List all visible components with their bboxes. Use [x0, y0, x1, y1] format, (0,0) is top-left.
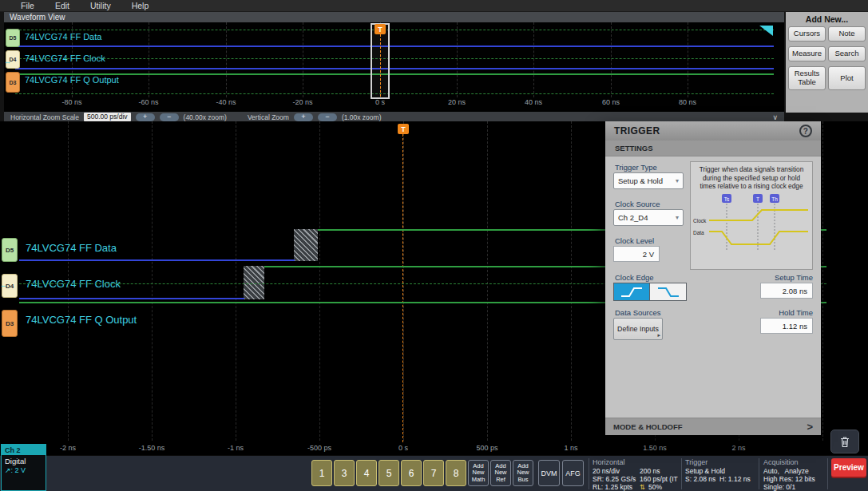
divider — [681, 458, 682, 489]
diagram-clock-trace — [709, 210, 808, 220]
help-icon[interactable]: ? — [799, 125, 812, 137]
mode-holdoff-label: MODE & HOLDOFF — [613, 422, 683, 431]
add-new-ref-button[interactable]: Add New Ref — [490, 460, 511, 486]
trash-button[interactable] — [830, 430, 859, 453]
h-zoom-out-button[interactable]: − — [160, 113, 179, 121]
divider — [759, 458, 759, 489]
ts-flag-label: Ts — [724, 196, 730, 201]
clock-source-select[interactable]: Ch 2_D4 ▾ — [613, 209, 684, 226]
chevron-down-icon: ▾ — [676, 214, 679, 221]
h-zoom-in-button[interactable]: + — [136, 113, 155, 121]
waveform-overview[interactable]: D5 D4 D3 ↔ 74LVCG74 FF Data 74LVCG74 FF … — [4, 22, 784, 112]
channel-badge-d3[interactable]: D3 — [2, 310, 18, 337]
plot-button[interactable]: Plot — [828, 66, 866, 90]
channel-badge-d3[interactable]: D3 — [6, 72, 20, 93]
define-inputs-label: Define Inputs — [617, 325, 659, 333]
menu-file[interactable]: File — [21, 1, 34, 10]
channel-badge-d5[interactable]: D5 — [2, 238, 18, 262]
results-table-button[interactable]: Results Table — [788, 66, 826, 90]
trigger-status-title[interactable]: Trigger — [685, 458, 707, 466]
mode-holdoff-section-button[interactable]: MODE & HOLDOFF > — [605, 418, 821, 435]
grid-line — [226, 22, 227, 97]
falling-edge-icon — [656, 287, 680, 298]
v-zoom-in-button[interactable]: + — [294, 113, 313, 121]
hold-time-input[interactable]: 1.12 ns — [760, 318, 813, 334]
trigger-marker-icon[interactable]: T — [398, 124, 409, 134]
add-new-math-button[interactable]: Add New Math — [468, 460, 489, 486]
trigger-marker-icon[interactable]: T — [375, 24, 386, 34]
divider — [827, 458, 828, 489]
v-zoom-out-button[interactable]: − — [318, 113, 337, 121]
menu-edit[interactable]: Edit — [55, 1, 69, 10]
axis-label: -2 ns — [60, 444, 76, 452]
horizontal-status-title[interactable]: Horizontal — [593, 458, 625, 466]
cursors-button[interactable]: Cursors — [788, 26, 826, 42]
afg-button[interactable]: AFG — [562, 460, 584, 486]
axis-label: -500 ps — [307, 444, 331, 452]
grid-line — [152, 121, 153, 441]
search-button[interactable]: Search — [828, 46, 866, 61]
waveform-view-title: Waveform View — [10, 13, 65, 22]
axis-label: 40 ns — [525, 98, 542, 106]
rising-edge-button[interactable] — [613, 283, 650, 301]
zoom-region-box[interactable] — [371, 23, 390, 99]
status-bar: 1 3 4 5 6 7 8 Add New Math Add New Ref A… — [0, 455, 868, 491]
settings-tab-label: SETTINGS — [615, 144, 653, 152]
digital-channel-button-8[interactable]: 8 — [446, 460, 466, 486]
horizontal-scale-input[interactable]: 500.00 ps/div — [84, 113, 131, 121]
trigger-position-line — [380, 34, 381, 97]
dvm-button[interactable]: DVM — [538, 460, 560, 486]
digital-channel-button-4[interactable]: 4 — [356, 460, 377, 486]
overview-marker-icon[interactable] — [759, 26, 773, 36]
menu-help[interactable]: Help — [132, 1, 149, 10]
trace-d3-high — [15, 73, 774, 75]
digital-channel-button-6[interactable]: 6 — [401, 460, 422, 486]
chevron-down-icon[interactable]: ∨ — [772, 113, 778, 121]
digital-channel-button-5[interactable]: 5 — [379, 460, 399, 486]
axis-label: -60 ns — [138, 98, 158, 106]
axis-label: 2 ns — [731, 444, 745, 452]
axis-label: 0 s — [398, 444, 408, 452]
trigger-type-status: Setup & Hold — [685, 467, 725, 475]
falling-edge-button[interactable] — [650, 283, 687, 301]
transition-region-d4 — [244, 266, 264, 299]
trigger-description: Trigger when data signals transition dur… — [691, 162, 812, 192]
menu-utility[interactable]: Utility — [90, 1, 111, 10]
define-inputs-button[interactable]: Define Inputs ▸ — [613, 318, 663, 340]
channel-type: Digital — [2, 455, 46, 465]
digital-channel-button-7[interactable]: 7 — [423, 460, 444, 486]
pan-icon: ↔ — [0, 281, 7, 289]
channel-label-qout: 74LVCG74 FF Q Output — [25, 75, 119, 85]
grid-line — [611, 22, 612, 97]
oscilloscope-screen: File Edit Utility Help Waveform View D5 … — [0, 0, 868, 491]
preview-button[interactable]: Preview — [831, 458, 866, 477]
trace-d5-low — [15, 46, 774, 47]
setup-time-input[interactable]: 2.08 ns — [760, 283, 813, 299]
settings-tab[interactable]: SETTINGS — [605, 141, 821, 156]
channel-name: Ch 2 — [2, 445, 46, 455]
clock-source-value: Ch 2_D4 — [618, 213, 648, 222]
add-new-bus-button[interactable]: Add New Bus — [513, 460, 533, 486]
setup-time-label: Setup Time — [775, 273, 813, 282]
th-flag-label: Th — [771, 196, 778, 201]
channel-badge-d5[interactable]: D5 — [6, 29, 20, 47]
axis-label: -80 ns — [61, 98, 81, 106]
add-new-panel: Add New... Cursors Note Measure Search R… — [786, 12, 868, 113]
note-button[interactable]: Note — [828, 26, 866, 42]
trigger-type-select[interactable]: Setup & Hold ▾ — [613, 172, 684, 189]
waveform-view-header: Waveform View — [4, 12, 784, 22]
measure-button[interactable]: Measure — [788, 46, 826, 61]
axis-label: -40 ns — [216, 98, 236, 106]
pan-icon: ↔ — [4, 57, 11, 65]
trigger-panel-header[interactable]: TRIGGER ? — [605, 121, 821, 141]
axis-label: 1 ns — [564, 444, 577, 452]
acquisition-status-title[interactable]: Acquisition — [763, 458, 799, 466]
channel-ch2-badge[interactable]: Ch 2 Digital ↗: 2 V — [1, 444, 46, 491]
trace-d3-low-ref — [15, 93, 774, 94]
clock-level-input[interactable]: 2 V — [613, 246, 660, 262]
digital-channel-button-1[interactable]: 1 — [311, 460, 332, 486]
digital-channel-button-3[interactable]: 3 — [334, 460, 355, 486]
channel-level: ↗: 2 V — [2, 465, 46, 474]
axis-label: 80 ns — [679, 98, 696, 106]
grid-line — [533, 22, 534, 97]
